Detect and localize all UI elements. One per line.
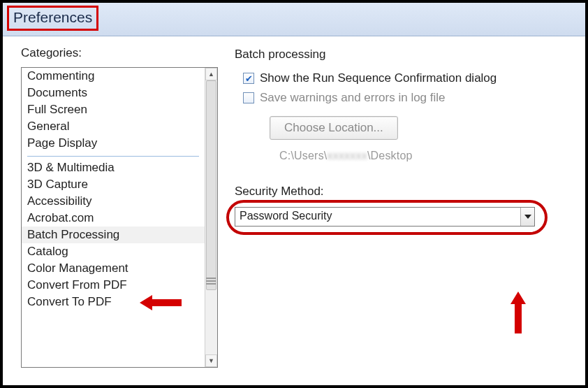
scroll-up-button[interactable]: ▲ — [205, 68, 217, 80]
list-item[interactable]: 3D Capture — [22, 176, 205, 193]
list-item[interactable]: Color Management — [22, 260, 205, 277]
checkbox-row-confirmation[interactable]: Show the Run Sequence Confirmation dialo… — [243, 71, 577, 85]
list-item[interactable]: Page Display — [22, 135, 205, 152]
security-method-label: Security Method: — [235, 185, 577, 199]
checkbox-logfile[interactable] — [243, 92, 254, 103]
chevron-down-icon — [524, 215, 531, 219]
checkbox-confirmation[interactable] — [243, 73, 254, 84]
security-method-value: Password Security — [235, 208, 520, 226]
list-item[interactable]: Accessibility — [22, 193, 205, 210]
window-title: Preferences — [13, 9, 92, 25]
scroll-down-button[interactable]: ▼ — [205, 354, 217, 367]
titlebar: Preferences — [3, 3, 585, 36]
panel-heading: Batch processing — [235, 48, 577, 62]
security-method-dropdown[interactable]: Password Security — [235, 207, 535, 227]
checkbox-logfile-label: Save warnings and errors in log file — [260, 91, 446, 105]
svg-marker-0 — [524, 215, 531, 219]
checkbox-row-logfile[interactable]: Save warnings and errors in log file — [243, 91, 577, 105]
list-item[interactable]: Acrobat.com — [22, 210, 205, 227]
list-divider — [27, 156, 199, 157]
title-highlight-annotation: Preferences — [7, 6, 98, 31]
list-item[interactable]: Full Screen — [22, 101, 205, 118]
list-item[interactable]: Catalog — [22, 243, 205, 260]
list-item[interactable]: Convert To PDF — [22, 294, 205, 310]
categories-label: Categories: — [21, 46, 218, 60]
list-item[interactable]: General — [22, 118, 205, 135]
path-prefix: C:\Users\ — [279, 150, 327, 161]
dropdown-button[interactable] — [520, 208, 534, 226]
log-path: C:\Users\xxxxxxx\Desktop — [279, 150, 577, 162]
list-item[interactable]: 3D & Multimedia — [22, 159, 205, 176]
scrollbar[interactable]: ▲ ▼ — [205, 68, 217, 367]
categories-listbox[interactable]: CommentingDocumentsFull ScreenGeneralPag… — [21, 67, 218, 368]
list-item[interactable]: Commenting — [22, 68, 205, 85]
choose-location-button[interactable]: Choose Location... — [270, 116, 398, 140]
path-hidden: xxxxxxx — [327, 150, 367, 162]
list-item[interactable]: Batch Processing — [22, 227, 205, 243]
checkbox-confirmation-label: Show the Run Sequence Confirmation dialo… — [260, 71, 497, 85]
list-item[interactable]: Documents — [22, 85, 205, 101]
path-suffix: \Desktop — [367, 150, 413, 161]
scroll-thumb[interactable] — [206, 80, 216, 290]
list-item[interactable]: Convert From PDF — [22, 277, 205, 294]
